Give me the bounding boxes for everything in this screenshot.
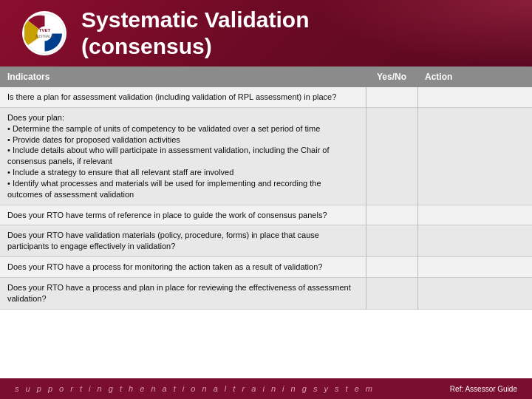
action-cell [417,87,532,107]
header-title: Systematic Validation (consensus) [81,7,309,60]
footer-tagline: s u p p o r t i n g t h e n a t i o n a … [15,384,375,393]
table-row: Does your RTO have a process and plan in… [0,277,532,309]
logo-circle: TVET AUSTRALIA [22,11,66,55]
table-container: Indicators Yes/No Action Is there a plan… [0,66,532,310]
indicator-cell: Does your RTO have a process for monitor… [0,257,366,278]
col-header-yesno: Yes/No [366,66,417,87]
action-cell [417,205,532,225]
indicator-cell: Does your RTO have validation materials … [0,225,366,257]
indicator-cell: Does your RTO have a process and plan in… [0,277,366,309]
indicator-cell: Does your RTO have terms of reference in… [0,205,366,225]
col-header-action: Action [417,66,532,87]
table-header-row: Indicators Yes/No Action [0,66,532,87]
action-cell [417,277,532,309]
indicators-table: Indicators Yes/No Action Is there a plan… [0,66,532,310]
header: TVET AUSTRALIA Systematic Validation (co… [0,0,532,66]
indicator-cell: Does your plan:• Determine the sample of… [0,107,366,205]
yesno-cell [366,205,417,225]
action-cell [417,225,532,257]
action-cell [417,107,532,205]
action-cell [417,257,532,278]
yesno-cell [366,225,417,257]
yesno-cell [366,107,417,205]
footer: s u p p o r t i n g t h e n a t i o n a … [0,378,532,399]
table-row: Does your plan:• Determine the sample of… [0,107,532,205]
yesno-cell [366,87,417,107]
yesno-cell [366,277,417,309]
footer-ref: Ref: Assessor Guide [450,385,517,393]
table-row: Does your RTO have terms of reference in… [0,205,532,225]
svg-text:TVET: TVET [38,28,50,33]
indicator-cell: Is there a plan for assessment validatio… [0,87,366,107]
table-row: Does your RTO have a process for monitor… [0,257,532,278]
col-header-indicators: Indicators [0,66,366,87]
svg-text:AUSTRALIA: AUSTRALIA [35,35,53,38]
table-row: Is there a plan for assessment validatio… [0,87,532,107]
yesno-cell [366,257,417,278]
table-row: Does your RTO have validation materials … [0,225,532,257]
logo-area: TVET AUSTRALIA [15,7,74,59]
